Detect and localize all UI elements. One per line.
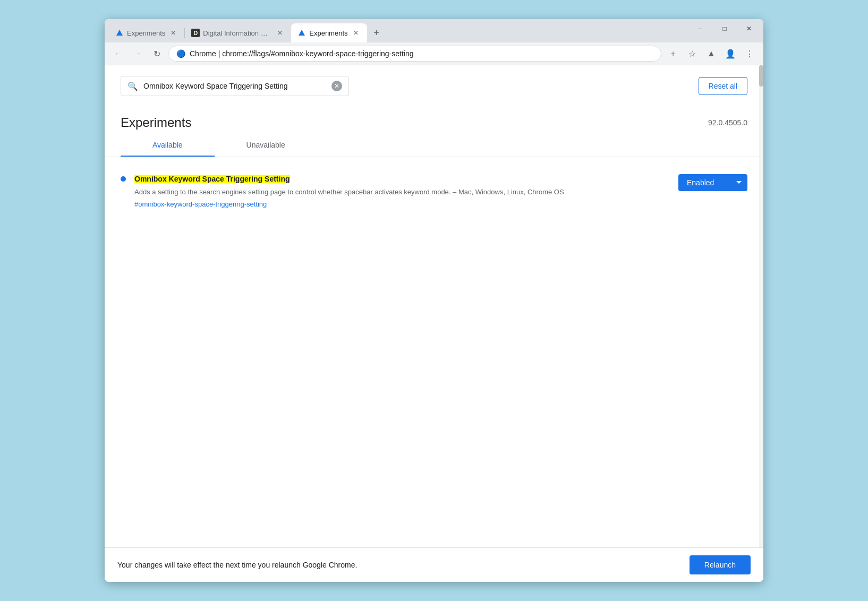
- search-input[interactable]: [143, 82, 326, 90]
- svg-marker-0: [116, 30, 123, 36]
- title-bar: Experiments ✕ D Digital Information Worl…: [105, 19, 763, 42]
- account-button[interactable]: 👤: [723, 46, 738, 61]
- scrollbar-track: [759, 65, 763, 547]
- flag-link[interactable]: #omnibox-keyword-space-triggering-settin…: [134, 200, 670, 208]
- url-bar[interactable]: 🔵 Chrome | chrome://flags/#omnibox-keywo…: [168, 46, 661, 62]
- toolbar-icons: ＋ ☆ ▲ 👤 ⋮: [666, 46, 757, 61]
- flag-item-omnibox: Omnibox Keyword Space Triggering Setting…: [121, 168, 747, 214]
- reload-button[interactable]: ↻: [149, 46, 164, 61]
- d-icon: D: [191, 29, 200, 37]
- search-icon: 🔍: [127, 81, 138, 91]
- back-button[interactable]: ←: [111, 46, 126, 61]
- relaunch-button[interactable]: Relaunch: [690, 555, 751, 574]
- tab-label-experiments-active: Experiments: [309, 29, 347, 37]
- flag-dot: [121, 176, 126, 182]
- tab-available[interactable]: Available: [121, 134, 215, 157]
- close-button[interactable]: ✕: [737, 19, 761, 38]
- flag-control[interactable]: Default Enabled Disabled: [678, 174, 747, 191]
- relaunch-message: Your changes will take effect the next t…: [117, 561, 357, 569]
- address-bar: ← → ↻ 🔵 Chrome | chrome://flags/#omnibox…: [105, 42, 763, 65]
- chrome-icon-1: [115, 29, 124, 37]
- bottom-bar: Your changes will take effect the next t…: [105, 547, 763, 582]
- tab-label-experiments-1: Experiments: [127, 29, 165, 37]
- tab-experiments-1[interactable]: Experiments ✕: [109, 23, 184, 42]
- flag-name: Omnibox Keyword Space Triggering Setting: [134, 175, 290, 183]
- scrollbar-thumb[interactable]: [759, 65, 763, 87]
- search-row: 🔍 ✕ Reset all: [121, 76, 747, 107]
- flags-header: 🔍 ✕ Reset all Experiments 92.0.4505.0 Av…: [105, 65, 763, 157]
- bookmark-button[interactable]: ☆: [685, 46, 700, 61]
- flag-content: Omnibox Keyword Space Triggering Setting…: [134, 174, 670, 208]
- security-icon: 🔵: [176, 49, 185, 58]
- svg-marker-1: [299, 30, 305, 36]
- menu-button[interactable]: ⋮: [742, 46, 757, 61]
- tab-close-1[interactable]: ✕: [168, 28, 178, 38]
- tab-close-2[interactable]: ✕: [275, 28, 285, 38]
- window-controls: – □ ✕: [688, 19, 763, 38]
- page-title: Experiments: [121, 115, 191, 130]
- url-origin: Chrome | chrome://flags/#omnibox-keyword…: [190, 49, 413, 58]
- tab-experiments-active[interactable]: Experiments ✕: [291, 23, 367, 42]
- forward-button[interactable]: →: [130, 46, 145, 61]
- add-bookmark-button[interactable]: ＋: [666, 46, 680, 61]
- tab-close-active[interactable]: ✕: [351, 28, 361, 38]
- profile-icon-button[interactable]: ▲: [704, 46, 719, 61]
- tab-digital-info[interactable]: D Digital Information World ✕: [185, 23, 291, 42]
- minimize-button[interactable]: –: [688, 19, 712, 38]
- search-box[interactable]: 🔍 ✕: [121, 76, 349, 96]
- tab-label-digital-info: Digital Information World: [203, 29, 272, 37]
- browser-window: Experiments ✕ D Digital Information Worl…: [105, 19, 763, 582]
- tab-unavailable[interactable]: Unavailable: [215, 134, 317, 157]
- flag-select-omnibox[interactable]: Default Enabled Disabled: [678, 174, 747, 191]
- maximize-button[interactable]: □: [712, 19, 737, 38]
- page-title-row: Experiments 92.0.4505.0: [121, 107, 747, 134]
- version-text: 92.0.4505.0: [708, 118, 747, 127]
- reset-all-button[interactable]: Reset all: [699, 77, 747, 95]
- flag-description: Adds a setting to the search engines set…: [134, 187, 670, 198]
- new-tab-button[interactable]: +: [369, 25, 384, 40]
- url-text: Chrome | chrome://flags/#omnibox-keyword…: [190, 49, 653, 58]
- flags-body: Omnibox Keyword Space Triggering Setting…: [105, 157, 763, 547]
- page-tabs-row: Available Unavailable: [121, 134, 747, 157]
- chrome-icon-2: [297, 29, 306, 37]
- clear-search-button[interactable]: ✕: [331, 81, 342, 91]
- page-content: 🔍 ✕ Reset all Experiments 92.0.4505.0 Av…: [105, 65, 763, 547]
